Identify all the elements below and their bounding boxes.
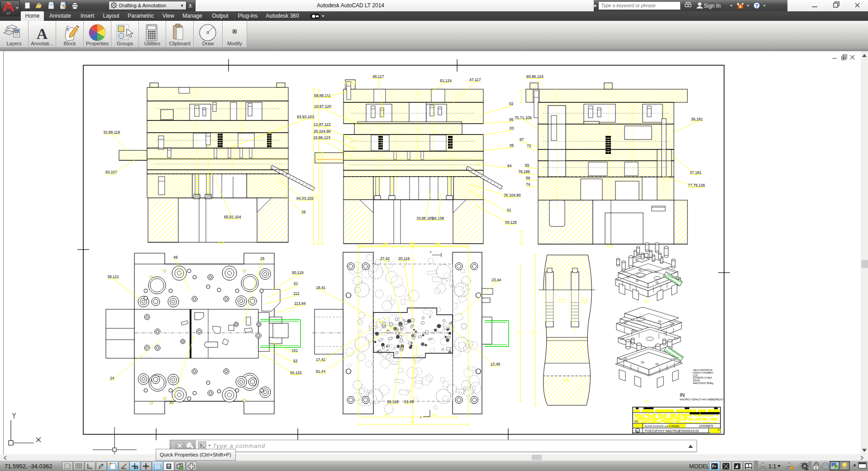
svg-text:LT: LT [7,12,10,15]
